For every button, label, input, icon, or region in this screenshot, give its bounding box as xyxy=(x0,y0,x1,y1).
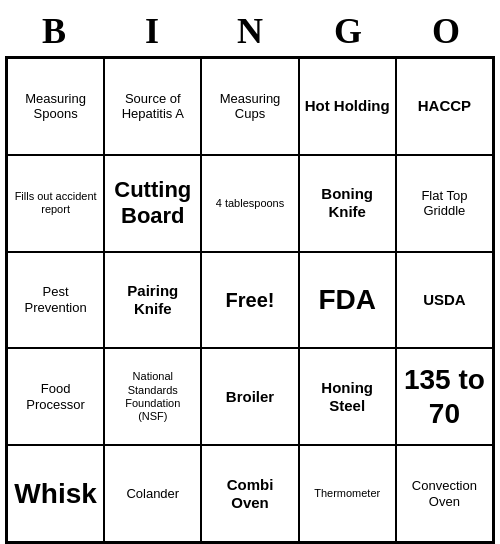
cell-1-1: Cutting Board xyxy=(104,155,201,252)
bingo-header: B I N G O xyxy=(5,6,495,56)
letter-o: O xyxy=(397,6,495,56)
letter-g: G xyxy=(299,6,397,56)
cell-1-3: Boning Knife xyxy=(299,155,396,252)
cell-0-2: Measuring Cups xyxy=(201,58,298,155)
cell-4-2: Combi Oven xyxy=(201,445,298,542)
cell-3-2: Broiler xyxy=(201,348,298,445)
cell-0-1: Source of Hepatitis A xyxy=(104,58,201,155)
cell-0-0: Measuring Spoons xyxy=(7,58,104,155)
cell-0-4: HACCP xyxy=(396,58,493,155)
bingo-grid: Measuring SpoonsSource of Hepatitis AMea… xyxy=(5,56,495,544)
cell-4-3: Thermometer xyxy=(299,445,396,542)
cell-1-4: Flat Top Griddle xyxy=(396,155,493,252)
cell-2-0: Pest Prevention xyxy=(7,252,104,349)
cell-3-0: Food Processor xyxy=(7,348,104,445)
cell-1-2: 4 tablespoons xyxy=(201,155,298,252)
cell-2-2: Free! xyxy=(201,252,298,349)
cell-2-3: FDA xyxy=(299,252,396,349)
cell-4-1: Colander xyxy=(104,445,201,542)
cell-3-3: Honing Steel xyxy=(299,348,396,445)
cell-3-1: National Standards Foundation (NSF) xyxy=(104,348,201,445)
letter-i: I xyxy=(103,6,201,56)
cell-2-4: USDA xyxy=(396,252,493,349)
letter-b: B xyxy=(5,6,103,56)
cell-2-1: Pairing Knife xyxy=(104,252,201,349)
cell-4-4: Convection Oven xyxy=(396,445,493,542)
letter-n: N xyxy=(201,6,299,56)
cell-3-4: 135 to 70 xyxy=(396,348,493,445)
cell-1-0: Fills out accident report xyxy=(7,155,104,252)
cell-0-3: Hot Holding xyxy=(299,58,396,155)
cell-4-0: Whisk xyxy=(7,445,104,542)
